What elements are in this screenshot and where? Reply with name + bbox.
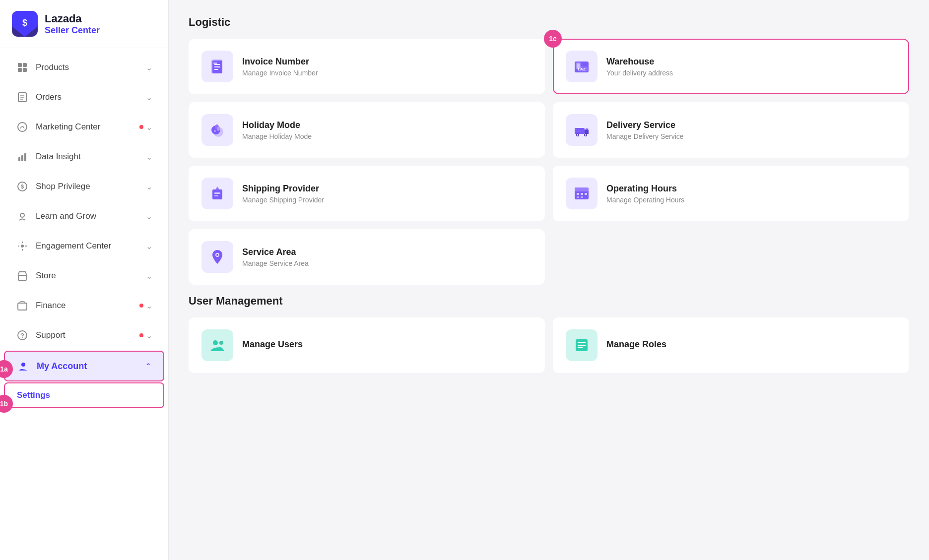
sidebar-item-learn[interactable]: Learn and Grow ⌄ [4, 202, 164, 231]
svg-point-15 [20, 213, 24, 217]
delivery-icon-wrap [566, 114, 597, 146]
finance-label: Finance [36, 301, 139, 311]
svg-text:?: ? [20, 332, 24, 339]
sidebar-item-shop[interactable]: $ Shop Privilege ⌄ [4, 172, 164, 201]
manage-roles-icon-wrap [566, 329, 597, 361]
card-manage-roles[interactable]: Manage Roles [553, 317, 909, 373]
svg-rect-47 [575, 187, 589, 191]
main-content: Logistic Invoice Number Manage Invoice N… [169, 0, 929, 560]
svg-rect-48 [577, 193, 579, 195]
holiday-desc: Manage Holiday Mode [242, 132, 312, 140]
svg-rect-52 [581, 196, 583, 198]
svg-rect-4 [23, 68, 27, 72]
engagement-arrow: ⌄ [146, 242, 152, 251]
svg-point-55 [216, 254, 218, 256]
svg-rect-1 [18, 63, 22, 67]
myaccount-icon [17, 360, 30, 373]
myaccount-arrow: ⌃ [145, 362, 151, 371]
store-label: Store [36, 271, 139, 281]
card-operating[interactable]: Operating Hours Manage Operating Hours [553, 166, 909, 221]
card-invoice[interactable]: Invoice Number Manage Invoice Number [189, 39, 545, 94]
data-icon [16, 150, 29, 163]
products-label: Products [36, 62, 139, 72]
card-warehouse[interactable]: LAZ Warehouse Your delivery address [553, 39, 909, 94]
store-arrow: ⌄ [146, 271, 152, 281]
svg-rect-17 [18, 275, 26, 280]
card-holiday[interactable]: Holiday Mode Manage Holiday Mode [189, 102, 545, 158]
svg-rect-2 [23, 63, 27, 67]
shop-arrow: ⌄ [146, 182, 152, 191]
operating-text: Operating Hours Manage Operating Hours [606, 184, 684, 204]
svg-rect-12 [24, 153, 26, 161]
holiday-icon-wrap [201, 114, 233, 146]
sidebar-item-orders[interactable]: Orders ⌄ [4, 83, 164, 112]
svg-rect-38 [575, 128, 585, 134]
manage-users-text: Manage Users [242, 339, 303, 352]
warehouse-wrap: 1c LAZ Warehouse Your delivery address [553, 39, 909, 94]
sidebar-item-finance[interactable]: Finance ⌄ [4, 291, 164, 320]
svg-point-21 [21, 363, 25, 367]
logo-area: $ Lazada Seller Center [0, 0, 168, 48]
operating-desc: Manage Operating Hours [606, 196, 684, 204]
manage-users-title: Manage Users [242, 339, 303, 350]
logo-text: Lazada Seller Center [45, 12, 100, 36]
svg-rect-27 [213, 62, 217, 64]
svg-point-9 [18, 123, 27, 131]
sidebar-nav: Products ⌄ Orders ⌄ Marketing Center ⌄ [0, 48, 168, 560]
warehouse-title: Warehouse [606, 57, 673, 67]
sidebar-item-data[interactable]: Data Insight ⌄ [4, 142, 164, 171]
card-service[interactable]: Service Area Manage Service Area [189, 229, 545, 285]
logistic-title: Logistic [189, 16, 909, 29]
data-arrow: ⌄ [146, 152, 152, 162]
warehouse-icon-wrap: LAZ [566, 51, 597, 82]
svg-rect-11 [21, 155, 23, 161]
sidebar-item-engagement[interactable]: Engagement Center ⌄ [4, 232, 164, 260]
sidebar-item-products[interactable]: Products ⌄ [4, 53, 164, 82]
marketing-label: Marketing Center [36, 122, 139, 132]
delivery-text: Delivery Service Manage Delivery Service [606, 120, 684, 140]
warehouse-desc: Your delivery address [606, 69, 673, 77]
engagement-icon [16, 240, 29, 252]
learn-label: Learn and Grow [36, 211, 139, 221]
products-arrow: ⌄ [146, 63, 152, 72]
service-title: Service Area [242, 247, 309, 257]
finance-arrow: ⌄ [146, 301, 152, 311]
manage-roles-title: Manage Roles [606, 339, 666, 350]
sidebar-item-support[interactable]: ? Support ⌄ [4, 321, 164, 350]
svg-point-56 [213, 340, 218, 345]
brand-sub: Seller Center [45, 25, 100, 36]
marketing-icon [16, 121, 29, 133]
finance-icon [16, 299, 29, 312]
products-icon [16, 61, 29, 74]
svg-point-41 [577, 134, 579, 136]
sidebar-item-myaccount[interactable]: My Account ⌃ [4, 351, 164, 381]
shop-label: Shop Privilege [36, 182, 139, 191]
svg-rect-50 [585, 193, 587, 195]
shop-icon: $ [16, 180, 29, 193]
sidebar-item-store[interactable]: Store ⌄ [4, 261, 164, 290]
settings-label: Settings [17, 390, 50, 400]
service-icon-wrap [201, 241, 233, 273]
data-label: Data Insight [36, 152, 139, 162]
card-delivery[interactable]: Delivery Service Manage Delivery Service [553, 102, 909, 158]
learn-arrow: ⌄ [146, 212, 152, 221]
svg-rect-43 [212, 189, 222, 199]
marketing-arrow: ⌄ [146, 123, 152, 132]
card-manage-users[interactable]: Manage Users [189, 317, 545, 373]
orders-label: Orders [36, 92, 139, 102]
support-dot [139, 333, 143, 337]
store-icon [16, 269, 29, 282]
svg-text:$: $ [22, 18, 27, 28]
support-label: Support [36, 330, 139, 340]
sidebar-item-marketing[interactable]: Marketing Center ⌄ [4, 113, 164, 141]
orders-icon [16, 91, 29, 104]
brand-name: Lazada [45, 12, 100, 25]
sidebar-subitem-settings[interactable]: Settings [4, 382, 164, 408]
logo-icon: $ [12, 11, 38, 37]
svg-rect-32 [580, 66, 588, 71]
manage-users-icon-wrap [201, 329, 233, 361]
support-arrow: ⌄ [146, 331, 152, 340]
shipping-text: Shipping Provider Manage Shipping Provid… [242, 184, 324, 204]
engagement-label: Engagement Center [36, 241, 139, 251]
card-shipping[interactable]: Shipping Provider Manage Shipping Provid… [189, 166, 545, 221]
